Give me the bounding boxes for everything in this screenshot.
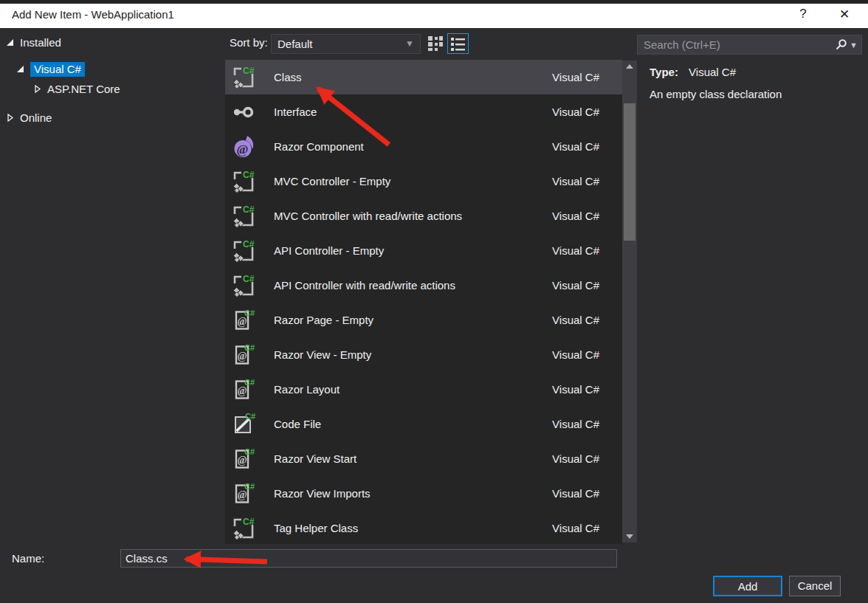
search-scope-chevron-icon[interactable]: ▼ (850, 41, 858, 49)
template-description: An empty class declaration (650, 88, 782, 100)
search-icon[interactable] (835, 38, 847, 51)
tree-item-online[interactable]: Online (6, 110, 52, 125)
svg-text:@: @ (237, 454, 247, 465)
triangle-up-icon (626, 64, 633, 69)
template-name: MVC Controller - Empty (274, 175, 390, 187)
tree-item-label: ASP.NET Core (47, 83, 120, 95)
scrollbar-thumb[interactable] (624, 103, 636, 241)
template-name: MVC Controller with read/write actions (274, 210, 462, 222)
template-name: API Controller - Empty (274, 244, 384, 257)
template-language: Visual C# (552, 71, 599, 83)
template-row[interactable]: C# MVC Controller with read/write action… (225, 199, 622, 233)
razor-page-icon: @ C# (231, 342, 256, 368)
template-row[interactable]: @ C#Razor LayoutVisual C# (225, 372, 622, 407)
svg-text:@: @ (237, 385, 247, 396)
list-view-button[interactable] (447, 33, 469, 54)
help-button[interactable]: ? (793, 7, 813, 21)
template-row[interactable]: C# Tag Helper ClassVisual C# (225, 511, 622, 544)
svg-text:C#: C# (243, 274, 255, 284)
template-language: Visual C# (552, 106, 599, 118)
svg-text:C#: C# (243, 517, 255, 527)
razor-page-icon: @ C# (231, 308, 256, 333)
template-row[interactable]: @ C#Razor View ImportsVisual C# (225, 476, 622, 511)
collapsed-triangle-icon (33, 85, 41, 93)
tree-item-visual-csharp[interactable]: Visual C# (16, 61, 85, 77)
template-language: Visual C# (552, 210, 599, 222)
template-row[interactable]: @Razor ComponentVisual C# (225, 129, 622, 164)
add-new-item-dialog: Installed Visual C# ASP.NET Core Online … (0, 28, 868, 603)
svg-text:C#: C# (244, 377, 255, 386)
svg-text:C#: C# (243, 239, 255, 249)
template-language: Visual C# (552, 314, 599, 326)
collapsed-triangle-icon (6, 114, 14, 122)
triangle-down-icon (626, 534, 633, 539)
template-name: Razor Component (274, 140, 364, 153)
chevron-down-icon: ▼ (405, 35, 414, 53)
template-row[interactable]: InterfaceVisual C# (225, 94, 622, 129)
csharp-class-icon: C# (231, 65, 256, 90)
search-box[interactable]: ▼ (637, 35, 862, 55)
svg-text:@: @ (237, 142, 249, 156)
template-language: Visual C# (552, 279, 599, 292)
template-language: Visual C# (552, 383, 599, 396)
type-label: Type: (650, 66, 678, 78)
template-row[interactable]: C#Code FileVisual C# (225, 407, 622, 441)
template-row[interactable]: C# ClassVisual C# (225, 60, 622, 94)
template-name: Code File (274, 418, 321, 430)
tree-item-label: Online (20, 111, 52, 124)
svg-text:C#: C# (244, 447, 255, 455)
template-row[interactable]: @ C#Razor View - EmptyVisual C# (225, 337, 622, 372)
svg-text:C#: C# (244, 308, 255, 317)
template-list: C# ClassVisual C# InterfaceVisual C# @Ra… (225, 60, 622, 544)
sort-by-dropdown[interactable]: Default ▼ (271, 34, 421, 54)
template-name: Razor Layout (274, 383, 340, 396)
template-name: Class (274, 71, 302, 83)
window-title: Add New Item - WebApplication1 (12, 8, 174, 21)
tree-item-installed[interactable]: Installed (6, 35, 61, 50)
razor-component-icon: @ (231, 134, 256, 159)
svg-text:@: @ (237, 350, 247, 361)
small-icons-view-button[interactable] (426, 33, 445, 54)
search-input[interactable] (644, 37, 828, 52)
template-row[interactable]: C# API Controller - EmptyVisual C# (225, 233, 622, 268)
template-row[interactable]: @ C#Razor Page - EmptyVisual C# (225, 303, 622, 337)
tree-item-aspnet-core[interactable]: ASP.NET Core (33, 81, 120, 97)
template-row[interactable]: C# API Controller with read/write action… (225, 268, 622, 303)
template-language: Visual C# (552, 140, 599, 153)
razor-page-icon: @ C# (231, 447, 256, 472)
list-toolbar: Sort by: Default ▼ (225, 28, 622, 60)
small-icons-view-icon (427, 35, 444, 52)
template-language: Visual C# (552, 348, 599, 361)
template-language: Visual C# (552, 522, 599, 534)
code-file-icon: C# (231, 412, 256, 437)
vertical-scrollbar[interactable] (622, 61, 637, 542)
svg-text:C#: C# (244, 342, 255, 351)
csharp-class-icon: C# (231, 273, 256, 298)
name-input[interactable] (120, 549, 617, 568)
add-button[interactable]: Add (713, 576, 782, 596)
name-label: Name: (12, 552, 44, 565)
svg-text:@: @ (237, 315, 247, 326)
tree-item-label: Installed (20, 36, 61, 49)
csharp-class-icon: C# (231, 169, 256, 194)
expanded-triangle-icon (6, 38, 14, 46)
template-row[interactable]: @ C#Razor View StartVisual C# (225, 441, 622, 476)
template-type-row: Type: Visual C# (650, 66, 736, 78)
sort-by-label: Sort by: (230, 36, 268, 49)
template-language: Visual C# (552, 244, 599, 257)
razor-page-icon: @ C# (231, 377, 256, 402)
csharp-class-icon: C# (231, 204, 256, 229)
csharp-class-icon: C# (231, 238, 256, 263)
svg-text:C#: C# (243, 66, 255, 76)
scrollbar-up-button[interactable] (622, 61, 637, 72)
close-button[interactable]: ✕ (835, 7, 854, 22)
tree-item-label-selected: Visual C# (30, 62, 85, 77)
scrollbar-down-button[interactable] (622, 531, 637, 542)
svg-text:C#: C# (244, 481, 255, 490)
category-tree-panel: Installed Visual C# ASP.NET Core Online (0, 28, 225, 544)
csharp-class-icon: C# (231, 516, 256, 541)
template-name: Razor View Imports (274, 487, 371, 500)
cancel-button[interactable]: Cancel (789, 576, 841, 596)
template-language: Visual C# (552, 175, 599, 187)
template-row[interactable]: C# MVC Controller - EmptyVisual C# (225, 164, 622, 199)
